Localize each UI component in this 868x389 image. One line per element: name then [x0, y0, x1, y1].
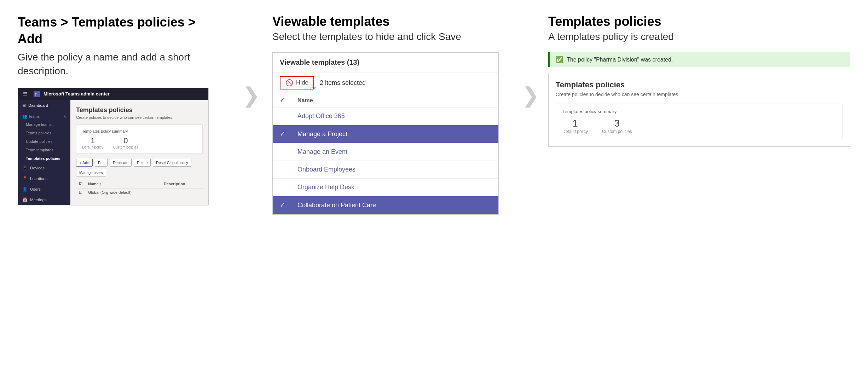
column-3: Templates policies A templates policy is… — [548, 14, 850, 147]
vt-panel-title: Viewable templates (13) — [280, 58, 491, 66]
meetings-label: Meetings — [30, 198, 47, 202]
result-custom-num: 3 — [602, 118, 632, 129]
col1-subtext: Give the policy a name and add a short d… — [18, 50, 219, 78]
result-default-lbl: Default policy — [562, 129, 588, 134]
sidebar-item-users[interactable]: 👤 Users — [18, 184, 70, 194]
row-name-6: Collaborate on Patient Care — [297, 202, 491, 209]
hide-button-label: Hide — [296, 79, 308, 86]
column-2: Viewable templates Select the templates … — [272, 14, 513, 215]
delete-button[interactable]: Delete — [134, 159, 151, 167]
row-check-6: ✓ — [280, 201, 290, 209]
success-check-icon: ✅ — [555, 56, 563, 64]
sidebar-item-teams-policies[interactable]: Teams policies — [18, 129, 70, 137]
default-policy-num: 1 — [82, 136, 103, 145]
row-name-4: Onboard Employees — [297, 166, 491, 173]
table-name-header[interactable]: Name ↑ — [85, 180, 161, 188]
cursor-icon: ☞ — [310, 85, 317, 94]
devices-label: Devices — [30, 166, 45, 170]
result-default-num: 1 — [562, 118, 588, 129]
sidebar-item-dashboard[interactable]: ⊞ Dashboard — [18, 100, 70, 111]
locations-label: Locations — [30, 176, 47, 181]
column-1: Teams > Templates policies > Add Give th… — [18, 14, 230, 205]
edit-button[interactable]: Edit — [95, 159, 108, 167]
table-row[interactable]: ☑ Global (Org-wide default) — [76, 188, 203, 197]
devices-icon: 📱 — [22, 166, 28, 170]
list-item[interactable]: ✓ Manage a Project — [273, 125, 498, 143]
success-message: The policy "Pharma Division" was created… — [567, 57, 673, 63]
table-row-checkbox[interactable]: ☑ — [76, 188, 85, 197]
manage-users-button[interactable]: Manage users — [76, 169, 106, 176]
manage-teams-label: Manage teams — [26, 122, 52, 127]
hide-icon: 🚫 — [285, 79, 293, 87]
list-item[interactable]: ✓ Collaborate on Patient Care — [273, 196, 498, 214]
col3-subtext: A templates policy is created — [548, 31, 850, 42]
admin-main-content: Templates policies Create policies to de… — [70, 100, 208, 205]
col2-heading: Viewable templates — [272, 14, 506, 29]
sidebar-item-devices[interactable]: 📱 Devices — [18, 163, 70, 173]
arrow-1: ❯ — [230, 14, 272, 106]
admin-topbar-title: Microsoft Teams admin center — [44, 91, 110, 97]
result-custom-stat: 3 Custom policies — [602, 118, 632, 134]
col-check: ✓ — [280, 97, 290, 104]
svg-text:T: T — [35, 92, 37, 97]
list-item[interactable]: Adopt Office 365 — [273, 108, 498, 125]
admin-sidebar: ⊞ Dashboard 👥 Teams ∧ Manage teams Teams… — [18, 100, 70, 205]
col2-subtext: Select the templates to hide and click S… — [272, 31, 506, 42]
sidebar-item-templates-policies[interactable]: Templates policies — [18, 154, 70, 163]
reset-button[interactable]: Reset Global policy — [153, 159, 191, 167]
team-templates-label: Team templates — [26, 148, 53, 152]
hamburger-icon[interactable]: ☰ — [23, 91, 27, 97]
success-banner: ✅ The policy "Pharma Division" was creat… — [548, 52, 850, 67]
sidebar-item-manage-teams[interactable]: Manage teams — [18, 120, 70, 129]
custom-policy-lbl: Custom policies — [113, 145, 138, 149]
hide-button[interactable]: 🚫 Hide ☞ — [280, 76, 314, 89]
row-name-5: Organize Help Desk — [297, 184, 491, 191]
row-name-3: Manage an Event — [297, 148, 491, 156]
users-label: Users — [30, 187, 41, 191]
locations-icon: 📍 — [22, 176, 28, 181]
table-row-desc — [161, 188, 203, 197]
list-item[interactable]: Onboard Employees — [273, 161, 498, 179]
duplicate-button[interactable]: Duplicate — [110, 159, 132, 167]
result-custom-lbl: Custom policies — [602, 129, 632, 134]
add-button[interactable]: + Add — [76, 159, 93, 167]
items-selected-count: 2 items selected — [320, 79, 366, 87]
result-panel: Templates policies Create policies to de… — [548, 73, 850, 147]
col1-heading: Teams > Templates policies > Add — [18, 14, 219, 47]
table-check-header: ☑ — [76, 180, 85, 188]
sidebar-item-update-policies[interactable]: Update policies — [18, 137, 70, 146]
policies-table: ☑ Name ↑ Description ☑ Global (Org-wide … — [76, 180, 203, 197]
teams-policies-label: Teams policies — [26, 131, 51, 135]
vt-panel-header: Viewable templates (13) — [273, 53, 498, 72]
default-policy-stat: 1 Default policy — [82, 136, 103, 149]
main-layout: Teams > Templates policies > Add Give th… — [18, 14, 850, 215]
sidebar-item-meetings[interactable]: 📅 Meetings — [18, 194, 70, 205]
users-icon: 👤 — [22, 187, 28, 192]
viewable-templates-panel: Viewable templates (13) 🚫 Hide ☞ 2 items… — [272, 52, 499, 215]
result-default-stat: 1 Default policy — [562, 118, 588, 134]
sidebar-item-team-templates[interactable]: Team templates — [18, 146, 70, 154]
sidebar-label-dashboard: Dashboard — [28, 103, 48, 108]
table-row-name: Global (Org-wide default) — [85, 188, 161, 197]
result-panel-desc: Create policies to decide who can see ce… — [556, 92, 843, 97]
table-desc-header: Description — [161, 180, 203, 188]
list-item[interactable]: Manage an Event — [273, 143, 498, 161]
vt-col-header: ✓ Name — [273, 93, 498, 108]
admin-page-title: Templates policies — [76, 106, 203, 114]
sidebar-teams-label: 👥 Teams — [22, 114, 40, 119]
admin-body: ⊞ Dashboard 👥 Teams ∧ Manage teams Teams… — [18, 100, 208, 205]
row-name-2: Manage a Project — [297, 130, 491, 138]
col1-heading-bold: Teams > Templates policies > — [18, 15, 196, 29]
chevron-up-icon: ∧ — [63, 114, 66, 119]
row-name-1: Adopt Office 365 — [297, 112, 491, 120]
dashboard-icon: ⊞ — [22, 103, 26, 108]
summary-box: Templates policy summary 1 Default polic… — [76, 124, 203, 154]
admin-toolbar: + Add Edit Duplicate Delete Reset Global… — [76, 159, 203, 176]
list-item[interactable]: Organize Help Desk — [273, 179, 498, 196]
sidebar-item-locations[interactable]: 📍 Locations — [18, 173, 70, 184]
sidebar-teams-group[interactable]: 👥 Teams ∧ — [18, 111, 70, 120]
admin-topbar: ☰ T Microsoft Teams admin center — [18, 88, 208, 100]
row-check-2: ✓ — [280, 130, 290, 138]
result-panel-title: Templates policies — [556, 80, 843, 89]
result-summary-nums: 1 Default policy 3 Custom policies — [562, 118, 836, 134]
